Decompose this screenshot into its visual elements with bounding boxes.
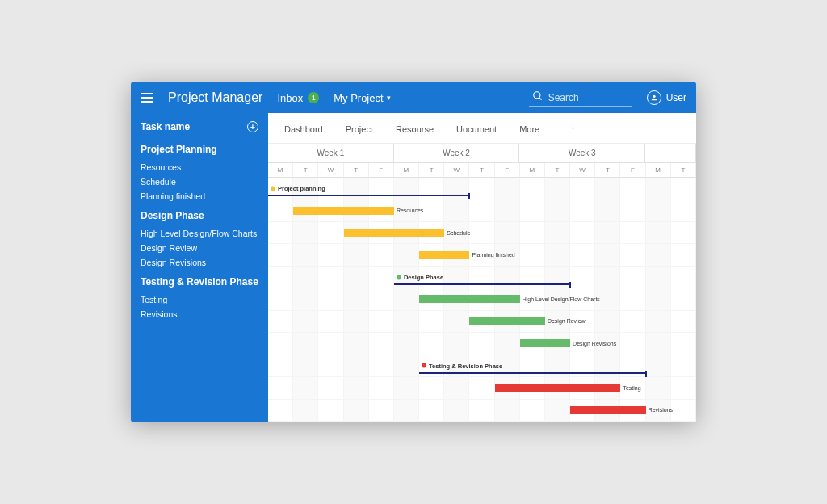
day-header: M xyxy=(520,163,545,178)
main-body: Task name + Project PlanningResourcesSch… xyxy=(131,113,696,422)
gantt-bar-label: Schedule xyxy=(447,230,470,236)
phase-dot-icon xyxy=(422,363,426,368)
sidebar-item[interactable]: Testing xyxy=(141,292,258,307)
day-header: T xyxy=(344,163,369,178)
gantt-bar-label: Resources xyxy=(397,208,423,213)
search-input[interactable] xyxy=(548,92,629,103)
user-label: User xyxy=(666,92,686,103)
gantt-bar[interactable]: Resources xyxy=(293,207,394,215)
user-menu[interactable]: User xyxy=(647,90,686,105)
gantt-bar-label: Revisions xyxy=(649,407,673,413)
gantt-row: High Level Design/Flow Charts xyxy=(268,288,696,310)
gantt-bar-label: Testing xyxy=(623,385,640,391)
sidebar-item[interactable]: Design Revisions xyxy=(141,255,258,270)
days-header: MTWTFMTWTFMTWTFMT xyxy=(268,163,696,178)
gantt-row: Revisions xyxy=(268,400,696,422)
more-menu-icon[interactable]: ⋮ xyxy=(569,124,577,135)
week-header: Week 2 xyxy=(394,144,520,162)
day-header: F xyxy=(620,163,645,178)
search-field[interactable] xyxy=(529,89,632,107)
gantt-chart[interactable]: Project planningResourcesSchedulePlannin… xyxy=(268,178,696,422)
day-header: M xyxy=(394,163,419,178)
add-task-button[interactable]: + xyxy=(247,121,258,132)
task-name-label: Task name xyxy=(141,121,190,132)
day-header: T xyxy=(595,163,620,178)
day-header: F xyxy=(495,163,520,178)
gantt-row: Design Revisions xyxy=(268,333,696,355)
gantt-phase-label[interactable]: Design Phase xyxy=(394,274,443,281)
day-header: T xyxy=(419,163,444,178)
tab[interactable]: Resourse xyxy=(396,124,434,135)
svg-point-0 xyxy=(533,92,539,99)
gantt-bar[interactable]: Design Revisions xyxy=(520,339,570,347)
weeks-header: Week 1Week 2Week 3 xyxy=(268,144,696,163)
gantt-row: Schedule xyxy=(268,222,696,244)
day-header: F xyxy=(369,163,394,178)
gantt-phase-label[interactable]: Testing & Revision Phase xyxy=(419,362,502,369)
sidebar-group-title[interactable]: Testing & Revision Phase xyxy=(141,276,258,288)
gantt-bar-label: High Level Design/Flow Charts xyxy=(523,296,600,302)
sidebar-group-title[interactable]: Design Phase xyxy=(141,210,258,221)
phase-dot-icon xyxy=(397,275,401,279)
gantt-row: Planning finished xyxy=(268,244,696,266)
day-header: W xyxy=(444,163,469,178)
gantt-row: Design Review xyxy=(268,311,696,333)
gantt-bar-label: Design Revisions xyxy=(573,341,616,346)
gantt-bar[interactable]: Testing xyxy=(495,384,621,392)
gantt-bar[interactable]: Schedule xyxy=(344,229,445,237)
day-header: M xyxy=(268,163,293,178)
gantt-row: Testing & Revision Phase xyxy=(268,355,696,377)
tabs-bar: DashbordProjectResourseUocumentMore ⋮ xyxy=(268,113,696,144)
sidebar-item[interactable]: Resources xyxy=(141,160,258,174)
chevron-down-icon: ▾ xyxy=(387,94,391,102)
day-header: M xyxy=(646,163,671,178)
task-name-header: Task name + xyxy=(141,121,258,132)
sidebar-item[interactable]: Revisions xyxy=(141,307,258,321)
sidebar-group-title[interactable]: Project Planning xyxy=(141,144,258,155)
gantt-row: Testing xyxy=(268,377,696,399)
inbox-button[interactable]: Inbox 1 xyxy=(277,92,319,104)
sidebar-item[interactable]: High Level Design/Flow Charts xyxy=(141,226,258,241)
phase-dot-icon xyxy=(271,186,275,191)
app-title: Project Manager xyxy=(168,90,262,105)
project-dropdown[interactable]: My Project ▾ xyxy=(334,92,390,104)
sidebar-item[interactable]: Planning finished xyxy=(141,189,258,204)
tab[interactable]: More xyxy=(519,124,539,135)
day-header: T xyxy=(469,163,494,178)
day-header: T xyxy=(293,163,318,178)
inbox-badge: 1 xyxy=(308,92,319,103)
svg-point-2 xyxy=(653,95,655,98)
gantt-phase-label[interactable]: Project planning xyxy=(268,185,325,192)
gantt-bar[interactable]: High Level Design/Flow Charts xyxy=(419,295,520,303)
gantt-bar-label: Planning finished xyxy=(472,252,514,258)
gantt-phase-bracket xyxy=(268,195,469,196)
svg-line-1 xyxy=(539,98,541,100)
day-header: W xyxy=(318,163,343,178)
top-bar: Project Manager Inbox 1 My Project ▾ Use… xyxy=(131,82,696,113)
project-dropdown-label: My Project xyxy=(334,92,383,104)
week-header: Week 1 xyxy=(268,144,394,162)
user-icon xyxy=(647,90,661,105)
tab[interactable]: Uocument xyxy=(456,124,497,135)
search-icon xyxy=(532,90,544,104)
day-header: T xyxy=(545,163,570,178)
gantt-phase-bracket xyxy=(394,284,570,285)
day-header: T xyxy=(671,163,696,178)
app-window: Project Manager Inbox 1 My Project ▾ Use… xyxy=(131,82,696,422)
sidebar-item[interactable]: Design Review xyxy=(141,241,258,255)
gantt-row: Resources xyxy=(268,200,696,221)
gantt-row: Project planning xyxy=(268,178,696,200)
sidebar-item[interactable]: Schedule xyxy=(141,174,258,189)
tab[interactable]: Dashbord xyxy=(284,124,323,135)
week-header: Week 3 xyxy=(519,144,645,162)
gantt-bar[interactable]: Design Review xyxy=(469,317,545,326)
inbox-label: Inbox xyxy=(277,92,303,104)
sidebar: Task name + Project PlanningResourcesSch… xyxy=(131,113,268,422)
gantt-bar[interactable]: Planning finished xyxy=(419,251,469,259)
gantt-bar[interactable]: Revisions xyxy=(570,406,646,414)
day-header: W xyxy=(570,163,595,178)
gantt-phase-bracket xyxy=(419,372,646,374)
tab[interactable]: Project xyxy=(346,124,373,135)
gantt-row: Design Phase xyxy=(268,267,696,288)
menu-icon[interactable] xyxy=(141,93,153,103)
